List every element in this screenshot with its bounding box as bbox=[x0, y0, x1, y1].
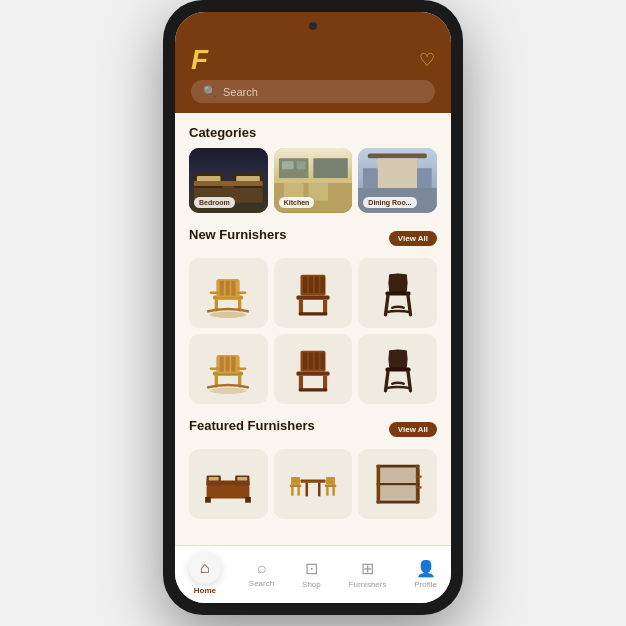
featured-furnishers-header: Featured Furnishers View All bbox=[189, 418, 437, 441]
new-chair-4[interactable] bbox=[189, 334, 268, 404]
app-content: Categories Bedroom bbox=[175, 113, 451, 545]
svg-rect-31 bbox=[309, 276, 313, 293]
svg-rect-53 bbox=[320, 352, 324, 369]
phone-frame: F ♡ 🔍 Search Categories bbox=[163, 0, 463, 615]
svg-rect-28 bbox=[237, 291, 247, 294]
bed-frame-icon bbox=[203, 457, 253, 512]
dining-chair-2-icon bbox=[288, 342, 338, 397]
nav-home[interactable]: ⌂ Home bbox=[189, 552, 221, 595]
category-bedroom[interactable]: Bedroom bbox=[189, 148, 268, 213]
kitchen-label: Kitchen bbox=[279, 197, 315, 208]
new-furnishers-view-all[interactable]: View All bbox=[389, 231, 437, 246]
nav-profile-icon: 👤 bbox=[416, 559, 436, 578]
nav-profile-label: Profile bbox=[414, 580, 437, 589]
svg-point-39 bbox=[210, 387, 247, 394]
svg-rect-57 bbox=[299, 388, 327, 391]
bottom-nav: ⌂ Home ⌕ Search ⊡ Shop ⊞ Furnishers 👤 Pr… bbox=[175, 545, 451, 603]
svg-rect-81 bbox=[378, 467, 417, 481]
svg-rect-79 bbox=[376, 482, 419, 485]
featured-furnishers-title: Featured Furnishers bbox=[189, 418, 315, 433]
svg-rect-74 bbox=[326, 477, 335, 485]
svg-rect-8 bbox=[313, 158, 347, 180]
nav-profile[interactable]: 👤 Profile bbox=[414, 559, 437, 589]
featured-bed[interactable] bbox=[189, 449, 268, 519]
camera-dot bbox=[309, 22, 317, 30]
nav-search[interactable]: ⌕ Search bbox=[249, 559, 274, 588]
svg-rect-65 bbox=[205, 497, 211, 503]
svg-rect-86 bbox=[416, 475, 422, 477]
svg-rect-23 bbox=[226, 280, 230, 295]
nav-search-label: Search bbox=[249, 579, 274, 588]
svg-rect-15 bbox=[368, 153, 427, 158]
svg-rect-69 bbox=[318, 482, 321, 496]
svg-rect-10 bbox=[296, 161, 305, 169]
bistro-chair-2-icon bbox=[373, 342, 423, 397]
dining-set-icon bbox=[288, 457, 338, 512]
svg-rect-47 bbox=[210, 367, 220, 370]
svg-rect-27 bbox=[210, 291, 220, 294]
svg-rect-43 bbox=[226, 356, 230, 371]
svg-rect-18 bbox=[417, 168, 432, 188]
svg-rect-72 bbox=[291, 487, 294, 496]
phone-screen: F ♡ 🔍 Search Categories bbox=[175, 12, 451, 603]
svg-rect-51 bbox=[309, 352, 313, 369]
home-icon: ⌂ bbox=[200, 559, 210, 577]
new-furnishers-header: New Furnishers View All bbox=[189, 227, 437, 250]
dining-label: Dining Roo... bbox=[363, 197, 416, 208]
heart-icon[interactable]: ♡ bbox=[419, 49, 435, 71]
new-furnishers-grid bbox=[189, 258, 437, 404]
new-chair-5[interactable] bbox=[274, 334, 353, 404]
nav-furnishers-icon: ⊞ bbox=[361, 559, 374, 578]
dining-chair-1-icon bbox=[288, 266, 338, 321]
svg-rect-73 bbox=[297, 487, 300, 496]
svg-point-19 bbox=[210, 311, 247, 318]
new-chair-2[interactable] bbox=[274, 258, 353, 328]
search-bar[interactable]: 🔍 Search bbox=[191, 80, 435, 103]
svg-rect-54 bbox=[296, 371, 329, 375]
svg-rect-33 bbox=[320, 276, 324, 293]
svg-rect-67 bbox=[300, 479, 325, 482]
svg-rect-44 bbox=[232, 356, 236, 371]
featured-furnishers-grid bbox=[189, 449, 437, 519]
nav-shop-label: Shop bbox=[302, 580, 321, 589]
nav-furnishers-label: Furnishers bbox=[349, 580, 387, 589]
nav-shop[interactable]: ⊡ Shop bbox=[302, 559, 321, 589]
rocking-chair-2-icon bbox=[203, 342, 253, 397]
nav-home-label: Home bbox=[194, 586, 216, 595]
svg-rect-5 bbox=[194, 181, 263, 186]
svg-rect-83 bbox=[376, 464, 380, 503]
svg-rect-34 bbox=[296, 295, 329, 299]
svg-rect-80 bbox=[376, 500, 419, 503]
category-kitchen[interactable]: Kitchen bbox=[274, 148, 353, 213]
svg-rect-70 bbox=[291, 477, 300, 485]
svg-rect-87 bbox=[416, 486, 422, 488]
svg-rect-77 bbox=[332, 487, 335, 496]
svg-rect-24 bbox=[232, 280, 236, 295]
svg-rect-52 bbox=[315, 352, 319, 369]
svg-rect-9 bbox=[282, 161, 294, 169]
svg-rect-64 bbox=[207, 480, 250, 484]
search-icon: 🔍 bbox=[203, 85, 217, 98]
featured-dining-set[interactable] bbox=[274, 449, 353, 519]
bedroom-label: Bedroom bbox=[194, 197, 235, 208]
new-chair-6[interactable] bbox=[358, 334, 437, 404]
svg-rect-17 bbox=[363, 168, 378, 188]
svg-rect-22 bbox=[220, 280, 224, 295]
svg-rect-71 bbox=[290, 484, 301, 487]
featured-furnishers-view-all[interactable]: View All bbox=[389, 422, 437, 437]
app-logo: F bbox=[191, 46, 208, 74]
nav-home-circle: ⌂ bbox=[189, 552, 221, 584]
svg-rect-82 bbox=[378, 485, 417, 499]
svg-rect-85 bbox=[417, 468, 419, 499]
new-chair-3[interactable] bbox=[358, 258, 437, 328]
featured-bunk-bed[interactable] bbox=[358, 449, 437, 519]
rocking-chair-1-icon bbox=[203, 266, 253, 321]
new-chair-1[interactable] bbox=[189, 258, 268, 328]
svg-rect-66 bbox=[245, 497, 251, 503]
nav-furnishers[interactable]: ⊞ Furnishers bbox=[349, 559, 387, 589]
nav-search-icon: ⌕ bbox=[257, 559, 267, 577]
svg-rect-76 bbox=[326, 487, 329, 496]
status-bar bbox=[175, 12, 451, 40]
bunk-bed-icon bbox=[373, 457, 423, 512]
category-dining[interactable]: Dining Roo... bbox=[358, 148, 437, 213]
